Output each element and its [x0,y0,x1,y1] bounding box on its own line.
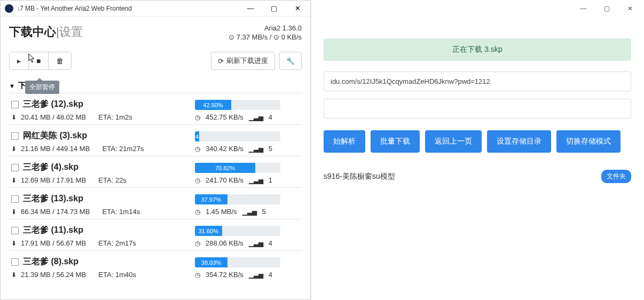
progress-text: 4 [195,133,199,140]
download-item[interactable]: 三老爹 (13).skp⬇66.34 MB / 174.73 MB ETA: 1… [9,187,302,219]
tab-download-center[interactable]: 下载中心 [9,25,56,38]
list-item[interactable]: s916-美陈橱窗su模型 文件夹 [324,167,631,186]
tooltip: 全部暂停 [25,81,59,94]
connections: 5 [262,208,266,216]
close-button[interactable]: ✕ [286,1,309,16]
pwd-input[interactable] [324,99,631,119]
eta: ETA: 21m27s [103,145,144,153]
delete-button[interactable]: 🗑 [49,52,71,69]
clock-icon: ◷ [195,208,200,216]
bg-button-row: 始解析 批量下载 返回上一页 设置存储目录 切换存储模式 [324,130,631,153]
stop-icon: ■ [36,57,41,65]
list-item-name: s916-美陈橱窗su模型 [324,172,395,181]
download-speed-icon: ⊙ [229,33,237,41]
size-done: 21.16 MB / 449.14 MB [21,145,90,153]
connections: 4 [269,271,272,279]
file-name: 三老爹 (12).skp [23,99,83,110]
refresh-icon: ⟳ [218,57,224,65]
file-name: 三老爹 (13).skp [23,193,83,204]
chevron-down-icon: ▼ [9,83,15,89]
signal-icon: ▁▃▅ [249,240,263,247]
btn-parse[interactable]: 始解析 [324,130,365,153]
upload-speed-icon: ⊙ [273,33,281,41]
file-name: 三老爹 (8).skp [23,256,78,267]
btn-switch-mode[interactable]: 切换存储模式 [556,130,621,153]
checkbox[interactable] [11,101,19,108]
trash-icon: 🗑 [56,57,64,65]
progress-bar: 70.82% [195,163,280,173]
signal-icon: ▁▃▅ [249,271,263,279]
eta: ETA: 1m14s [103,208,140,216]
download-item[interactable]: 三老爹 (12).skp⬇20.41 MB / 48.02 MB ETA: 1m… [9,93,302,124]
clock-icon: ◷ [195,177,200,184]
checkbox[interactable] [11,132,19,140]
download-speed: 7.37 MB/s / [237,33,273,41]
progress-text: 70.82% [215,165,235,171]
progress-text: 37.97% [201,196,221,203]
file-name: 三老爹 (4).skp [23,162,78,173]
cursor-icon [28,53,36,63]
progress-text: 42.50% [203,102,223,108]
size-done: 17.91 MB / 56.67 MB [21,239,86,247]
download-item[interactable]: 三老爹 (11).skp⬇17.91 MB / 56.67 MB ETA: 2m… [9,219,302,250]
clock-icon: ◷ [195,240,200,247]
btn-batch-download[interactable]: 批量下载 [371,130,420,153]
fg-window-title: ↓7 MB - Yet Another Aria2 Web Frontend [17,5,132,12]
eta: ETA: 1m40s [98,271,136,279]
eta: ETA: 1m2s [98,113,132,121]
download-item[interactable]: 三老爹 (8).skp⬇21.39 MB / 56.24 MB ETA: 1m4… [9,250,302,282]
stats-block: Aria2 1.36.0 ⊙ 7.37 MB/s / ⊙ 0 KB/s [229,24,302,41]
refresh-button[interactable]: ⟳ 刷新下载进度 [211,52,275,70]
download-item[interactable]: 三老爹 (4).skp⬇12.69 MB / 17.91 MB ETA: 22s… [9,156,302,187]
connections: 4 [269,113,272,121]
download-icon: ⬇ [11,271,17,279]
bg-close-button[interactable]: ✕ [618,1,642,16]
rate: 340.42 KB/s [206,145,244,153]
aria2-version: Aria2 1.36.0 [229,24,302,32]
rate: 1.45 MB/s [206,208,237,216]
upload-speed: 0 KB/s [281,33,302,41]
size-done: 20.41 MB / 48.02 MB [21,113,86,121]
folder-badge: 文件夹 [601,170,631,183]
download-icon: ⬇ [11,145,17,153]
settings-button[interactable]: 🔧 [279,52,302,70]
minimize-button[interactable]: — [239,1,262,16]
resume-all-button[interactable]: ▸ [10,52,29,69]
tab-settings[interactable]: 设置 [59,25,83,38]
download-item[interactable]: 网红美陈 (3).skp⬇21.16 MB / 449.14 MB ETA: 2… [9,124,302,156]
checkbox[interactable] [11,164,19,171]
rate: 288.06 KB/s [206,239,244,247]
checkbox[interactable] [11,227,19,234]
checkbox[interactable] [11,258,19,266]
maximize-button[interactable]: ▢ [262,1,286,16]
btn-set-storage[interactable]: 设置存储目录 [487,130,551,153]
connections: 5 [269,145,272,153]
progress-bar: 31.60% [195,226,280,236]
clock-icon: ◷ [195,114,200,121]
download-icon: ⬇ [11,208,17,216]
rate: 452.75 KB/s [206,113,244,121]
signal-icon: ▁▃▅ [249,114,263,121]
rate: 354.72 KB/s [206,271,244,279]
progress-text: 31.60% [199,228,218,234]
checkbox[interactable] [11,195,19,203]
download-icon: ⬇ [11,240,17,247]
status-banner: 正在下载 3.skp [324,38,631,61]
clock-icon: ◷ [195,271,200,279]
download-list: 三老爹 (12).skp⬇20.41 MB / 48.02 MB ETA: 1m… [9,93,302,282]
signal-icon: ▁▃▅ [242,208,257,216]
btn-back[interactable]: 返回上一页 [425,130,482,153]
connections: 1 [269,176,272,184]
url-input[interactable] [324,72,631,91]
rate: 241.70 KB/s [206,176,244,184]
progress-bar: 4 [195,131,280,141]
fg-titlebar: ↓7 MB - Yet Another Aria2 Web Frontend —… [1,1,310,17]
eta: ETA: 22s [98,176,127,184]
tabs: 下载中心|设置 [9,24,83,40]
size-done: 66.34 MB / 174.73 MB [21,208,90,216]
bg-minimize-button[interactable]: — [571,1,595,16]
signal-icon: ▁▃▅ [249,177,263,184]
file-name: 三老爹 (11).skp [23,225,83,236]
download-icon: ⬇ [11,177,17,184]
bg-maximize-button[interactable]: ▢ [595,1,618,16]
